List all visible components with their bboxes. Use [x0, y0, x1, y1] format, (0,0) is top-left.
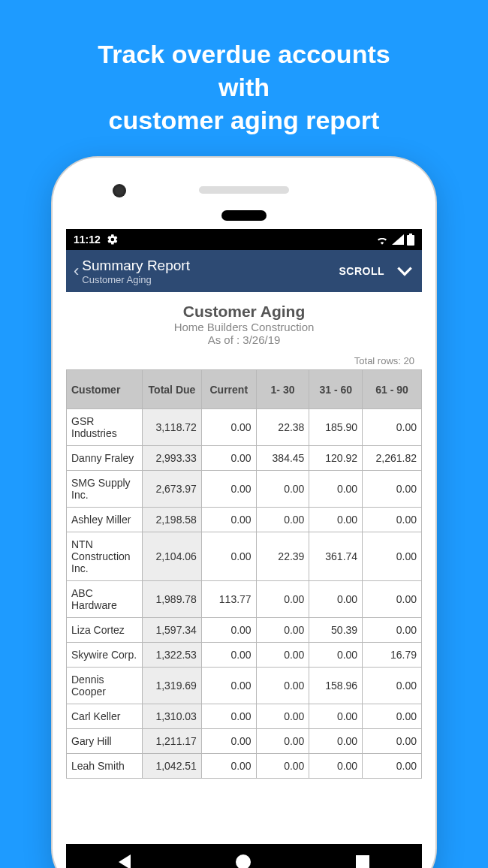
cell-customer: Ashley Miller [67, 508, 143, 532]
cell-total-due: 1,597.34 [143, 618, 202, 643]
android-nav-bar [66, 844, 422, 868]
signal-icon [392, 234, 404, 245]
cell-total-due: 1,310.03 [143, 704, 202, 729]
scroll-button[interactable]: SCROLL [339, 265, 384, 277]
col-61-90: 61 - 90 [363, 370, 422, 409]
table-row[interactable]: NTN Construction Inc.2,104.060.0022.3936… [67, 532, 422, 581]
wifi-icon [375, 234, 389, 245]
table-row[interactable]: Skywire Corp.1,322.530.000.000.0016.79 [67, 643, 422, 668]
cell-current: 0.00 [201, 704, 256, 729]
cell-total-due: 1,211.17 [143, 729, 202, 754]
cell-current: 0.00 [201, 754, 256, 779]
cell-31-60: 0.00 [309, 729, 363, 754]
cell-1-30: 0.00 [256, 729, 309, 754]
cell-1-30: 22.38 [256, 409, 309, 446]
phone-frame: 11:12 ‹ Summary Report [53, 158, 435, 868]
cell-1-30: 0.00 [256, 704, 309, 729]
cell-61-90: 16.79 [363, 643, 422, 668]
cell-31-60: 158.96 [309, 668, 363, 704]
cell-current: 0.00 [201, 643, 256, 668]
cell-61-90: 0.00 [363, 618, 422, 643]
cell-current: 113.77 [201, 581, 256, 618]
cell-customer: Gary Hill [67, 729, 143, 754]
battery-icon [407, 234, 414, 246]
table-row[interactable]: ABC Hardware1,989.78113.770.000.000.00 [67, 581, 422, 618]
cell-1-30: 22.39 [256, 532, 309, 581]
report-company: Home Builders Construction [72, 321, 416, 333]
cell-current: 0.00 [201, 508, 256, 532]
col-total-due: Total Due [143, 370, 202, 409]
table-row[interactable]: Dennis Cooper1,319.690.000.00158.960.00 [67, 668, 422, 704]
cell-31-60: 0.00 [309, 704, 363, 729]
table-row[interactable]: Gary Hill1,211.170.000.000.000.00 [67, 729, 422, 754]
nav-home-icon[interactable] [236, 854, 251, 868]
headline-line1: Track overdue accounts [98, 40, 390, 68]
headline-line3: customer aging report [109, 106, 380, 134]
cell-31-60: 185.90 [309, 409, 363, 446]
cell-total-due: 1,319.69 [143, 668, 202, 704]
table-row[interactable]: GSR Industries3,118.720.0022.38185.900.0… [67, 409, 422, 446]
cell-customer: SMG Supply Inc. [67, 471, 143, 508]
marketing-headline: Track overdue accounts with customer agi… [0, 0, 488, 160]
speaker-grille [199, 186, 289, 194]
cell-31-60: 0.00 [309, 643, 363, 668]
report-header: Customer Aging Home Builders Constructio… [66, 292, 422, 351]
cell-customer: GSR Industries [67, 409, 143, 446]
nav-back-icon[interactable] [119, 854, 131, 868]
aging-table[interactable]: Customer Total Due Current 1- 30 31 - 60… [66, 369, 422, 779]
status-time: 11:12 [74, 234, 101, 246]
cell-61-90: 0.00 [363, 532, 422, 581]
cell-customer: Carl Keller [67, 704, 143, 729]
table-row[interactable]: Carl Keller1,310.030.000.000.000.00 [67, 704, 422, 729]
cell-61-90: 0.00 [363, 754, 422, 779]
cell-total-due: 2,198.58 [143, 508, 202, 532]
cell-customer: Liza Cortez [67, 618, 143, 643]
table-row[interactable]: Leah Smith1,042.510.000.000.000.00 [67, 754, 422, 779]
cell-current: 0.00 [201, 446, 256, 471]
cell-current: 0.00 [201, 618, 256, 643]
cell-61-90: 0.00 [363, 729, 422, 754]
table-header-row: Customer Total Due Current 1- 30 31 - 60… [67, 370, 422, 409]
cell-61-90: 0.00 [363, 409, 422, 446]
cell-total-due: 3,118.72 [143, 409, 202, 446]
table-row[interactable]: Danny Fraley2,993.330.00384.45120.922,26… [67, 446, 422, 471]
nav-recent-icon[interactable] [356, 855, 369, 868]
cell-current: 0.00 [201, 471, 256, 508]
cell-1-30: 0.00 [256, 618, 309, 643]
appbar-title: Summary Report [82, 258, 339, 274]
total-rows-label: Total rows: 20 [66, 351, 422, 369]
cell-61-90: 0.00 [363, 471, 422, 508]
cell-total-due: 1,989.78 [143, 581, 202, 618]
cell-customer: ABC Hardware [67, 581, 143, 618]
cell-1-30: 0.00 [256, 754, 309, 779]
table-row[interactable]: Ashley Miller2,198.580.000.000.000.00 [67, 508, 422, 532]
app-bar: ‹ Summary Report Customer Aging SCROLL [66, 250, 422, 292]
report-asof: As of : 3/26/19 [72, 333, 416, 346]
back-icon[interactable]: ‹ [74, 261, 79, 281]
cell-customer: NTN Construction Inc. [67, 532, 143, 581]
cell-61-90: 0.00 [363, 581, 422, 618]
cell-1-30: 0.00 [256, 581, 309, 618]
cell-61-90: 0.00 [363, 704, 422, 729]
cell-31-60: 50.39 [309, 618, 363, 643]
report-title: Customer Aging [72, 303, 416, 321]
cell-customer: Skywire Corp. [67, 643, 143, 668]
cell-31-60: 0.00 [309, 471, 363, 508]
chevron-down-icon[interactable] [395, 261, 414, 281]
cell-1-30: 0.00 [256, 668, 309, 704]
col-1-30: 1- 30 [256, 370, 309, 409]
cell-31-60: 0.00 [309, 754, 363, 779]
table-row[interactable]: Liza Cortez1,597.340.000.0050.390.00 [67, 618, 422, 643]
cell-31-60: 120.92 [309, 446, 363, 471]
col-31-60: 31 - 60 [309, 370, 363, 409]
appbar-subtitle: Customer Aging [82, 274, 339, 285]
status-bar: 11:12 [66, 229, 422, 250]
cell-total-due: 1,322.53 [143, 643, 202, 668]
cell-1-30: 0.00 [256, 471, 309, 508]
cell-31-60: 361.74 [309, 532, 363, 581]
cell-61-90: 0.00 [363, 668, 422, 704]
cell-customer: Dennis Cooper [67, 668, 143, 704]
camera-icon [113, 184, 126, 197]
cell-current: 0.00 [201, 532, 256, 581]
table-row[interactable]: SMG Supply Inc.2,673.970.000.000.000.00 [67, 471, 422, 508]
